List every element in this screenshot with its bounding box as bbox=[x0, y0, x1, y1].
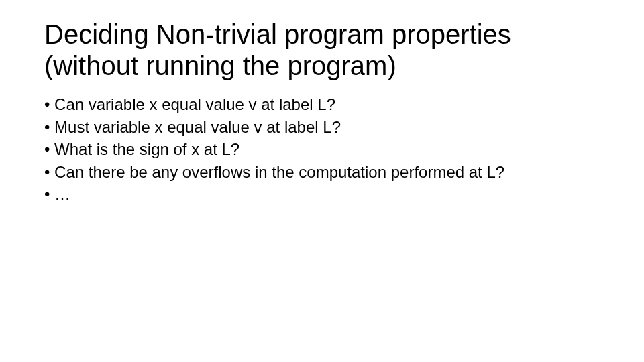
slide-title: Deciding Non-trivial program properties … bbox=[44, 19, 604, 82]
bullet-list: Can variable x equal value v at label L?… bbox=[44, 94, 604, 205]
list-item: What is the sign of x at L? bbox=[44, 139, 604, 160]
list-item: Must variable x equal value v at label L… bbox=[44, 117, 604, 138]
list-item: … bbox=[44, 184, 604, 205]
list-item: Can variable x equal value v at label L? bbox=[44, 94, 604, 115]
slide: Deciding Non-trivial program properties … bbox=[0, 0, 644, 362]
list-item: Can there be any overflows in the comput… bbox=[44, 162, 604, 183]
